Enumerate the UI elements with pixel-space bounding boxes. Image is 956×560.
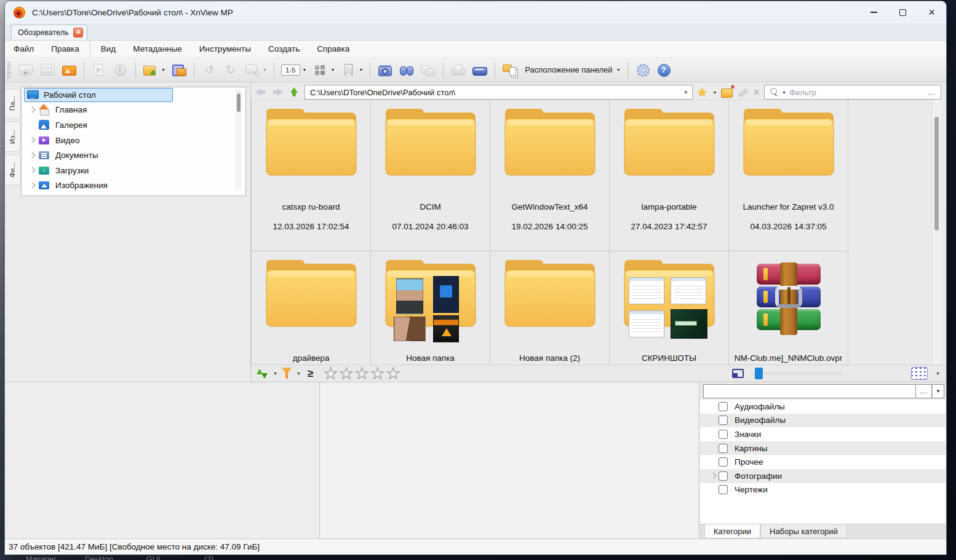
tree-item-downloads[interactable]: Загрузки — [22, 163, 245, 178]
minimize-button[interactable] — [859, 1, 888, 23]
view-button[interactable] — [16, 61, 36, 79]
category-row[interactable]: Прочее — [700, 455, 946, 469]
copy-button[interactable] — [89, 61, 109, 79]
file-item[interactable]: Новая папка — [371, 251, 490, 365]
category-checkbox[interactable] — [719, 444, 728, 453]
compare-button[interactable] — [418, 61, 438, 79]
fullscreen-button[interactable] — [38, 61, 57, 79]
new-folder-button[interactable] — [721, 87, 733, 97]
tree-item-documents[interactable]: Документы — [22, 148, 245, 163]
category-row[interactable]: Картины — [700, 441, 946, 455]
funnel-dropdown-icon[interactable]: ▼ — [297, 371, 301, 376]
tree-item-desktop[interactable]: Рабочий стол — [22, 87, 245, 103]
category-search-input[interactable] — [703, 384, 916, 398]
rotate-left-button[interactable] — [199, 61, 219, 79]
menu-item-5[interactable]: Инструменты — [191, 41, 260, 57]
up-button[interactable] — [288, 87, 300, 97]
slider-handle[interactable] — [755, 368, 763, 379]
thumbnail-size-slider[interactable] — [751, 373, 843, 374]
tree-item-video[interactable]: Видео — [22, 133, 245, 148]
category-checkbox[interactable] — [719, 416, 728, 425]
rating-star-icon[interactable]: ★ — [386, 366, 400, 381]
menu-item-1[interactable]: Файл — [5, 41, 42, 57]
category-row[interactable]: Чертежи — [700, 483, 946, 497]
file-item[interactable]: DCIM07.01.2024 20:46:03 — [371, 100, 490, 251]
tree-scrollbar-thumb[interactable] — [237, 93, 241, 112]
category-row[interactable]: Аудиофайлы — [700, 400, 946, 414]
category-row[interactable]: Значки — [700, 427, 946, 441]
tree-item-pictures[interactable]: Изображения — [22, 178, 245, 194]
forward-button[interactable] — [271, 87, 284, 97]
toolbar-grip[interactable] — [7, 62, 10, 78]
category-checkbox[interactable] — [719, 471, 728, 481]
path-dropdown-icon[interactable]: ▼ — [683, 90, 688, 95]
file-item[interactable]: Новая папка (2) — [490, 251, 610, 365]
scan-button[interactable] — [470, 61, 490, 79]
file-item[interactable]: СКРИНШОТЫ — [610, 251, 729, 365]
sort-icon[interactable] — [256, 368, 268, 380]
chevron-right-icon[interactable] — [28, 166, 38, 175]
settings-button[interactable] — [633, 61, 653, 79]
file-item[interactable]: catsxp ru-board12.03.2026 17:02:54 — [252, 100, 371, 251]
file-item[interactable]: Launcher for Zapret v3.004.03.2026 14:37… — [729, 100, 848, 251]
filter-more-button[interactable]: ... — [928, 88, 936, 97]
rating-star-icon[interactable]: ★ — [324, 366, 337, 381]
sort-dropdown-icon[interactable]: ▼ — [273, 371, 277, 376]
transform-button[interactable]: ▼ — [242, 61, 269, 79]
pages-button[interactable]: 1-5▼ — [279, 63, 309, 77]
category-checkbox[interactable] — [719, 430, 728, 439]
grid-scrollbar[interactable] — [931, 100, 941, 365]
panels-layout-button[interactable]: Расположение панелей▼ — [522, 64, 622, 76]
tab-explorer[interactable]: Обозреватель × — [11, 25, 87, 40]
maximize-button[interactable] — [888, 1, 917, 23]
category-row[interactable]: Видеофайлы — [700, 414, 946, 428]
category-dropdown-button[interactable]: ▼ — [932, 384, 944, 398]
menu-item-6[interactable]: Создать — [260, 41, 308, 57]
file-item[interactable]: драйвера — [252, 251, 371, 365]
menu-item-4[interactable]: Метаданные — [124, 41, 191, 57]
filter-funnel-icon[interactable] — [282, 368, 292, 379]
info-button[interactable] — [111, 61, 130, 79]
sidebar-panel-tab-2[interactable]: Из... — [5, 122, 20, 152]
tab-category-sets[interactable]: Наборы категорий — [760, 524, 847, 538]
dropdown-caret-icon[interactable]: ▼ — [616, 68, 621, 72]
category-more-button[interactable]: ... — [916, 384, 932, 398]
move-image-button[interactable] — [169, 61, 189, 79]
delete-button[interactable]: × — [753, 87, 760, 98]
filter-input[interactable] — [789, 88, 925, 97]
panel-size-icon[interactable] — [732, 369, 744, 378]
path-input[interactable] — [305, 88, 692, 97]
thumbnail-view-button[interactable] — [911, 367, 928, 380]
open-with-button[interactable]: ▼ — [141, 61, 167, 79]
filter-dropdown-icon[interactable]: ▼ — [782, 90, 786, 95]
sidebar-panel-tab-3[interactable]: Фи... — [5, 155, 20, 185]
category-checkbox[interactable] — [719, 457, 728, 467]
rating-star-icon[interactable]: ★ — [355, 366, 368, 381]
dropdown-caret-icon[interactable]: ▼ — [303, 68, 307, 72]
help-button[interactable] — [655, 61, 674, 79]
close-button[interactable]: × — [917, 1, 946, 23]
file-item[interactable]: lampa-portable27.04.2023 17:42:57 — [610, 100, 729, 251]
tree-item-home[interactable]: Главная — [22, 103, 245, 118]
capture-button[interactable] — [375, 61, 395, 79]
bookmark-button[interactable]: ▼ — [338, 61, 365, 79]
back-button[interactable] — [255, 87, 267, 97]
chevron-right-icon[interactable] — [28, 106, 38, 114]
rotate-right-button[interactable] — [221, 61, 241, 79]
menu-item-7[interactable]: Справка — [308, 41, 358, 57]
chevron-right-icon[interactable] — [709, 471, 719, 480]
print-button[interactable] — [448, 61, 468, 79]
category-row[interactable]: Фотографии — [700, 469, 946, 483]
search-button[interactable] — [397, 61, 416, 79]
rating-stars[interactable]: ★★★★★ — [324, 366, 400, 381]
dropdown-caret-icon[interactable]: ▼ — [359, 68, 363, 72]
chevron-right-icon[interactable] — [28, 136, 38, 144]
slideshow-button[interactable] — [59, 61, 79, 79]
rating-star-icon[interactable]: ★ — [370, 366, 384, 381]
tree-scrollbar[interactable] — [236, 89, 241, 188]
file-item[interactable]: GetWindowText_x6419.02.2026 14:00:25 — [490, 100, 610, 251]
rating-star-icon[interactable]: ★ — [340, 366, 353, 381]
view-dropdown-icon[interactable]: ▼ — [936, 371, 940, 376]
file-item[interactable]: NM-Club.me]_NNMClub.ovpr — [729, 251, 848, 365]
chevron-right-icon[interactable] — [28, 151, 38, 160]
